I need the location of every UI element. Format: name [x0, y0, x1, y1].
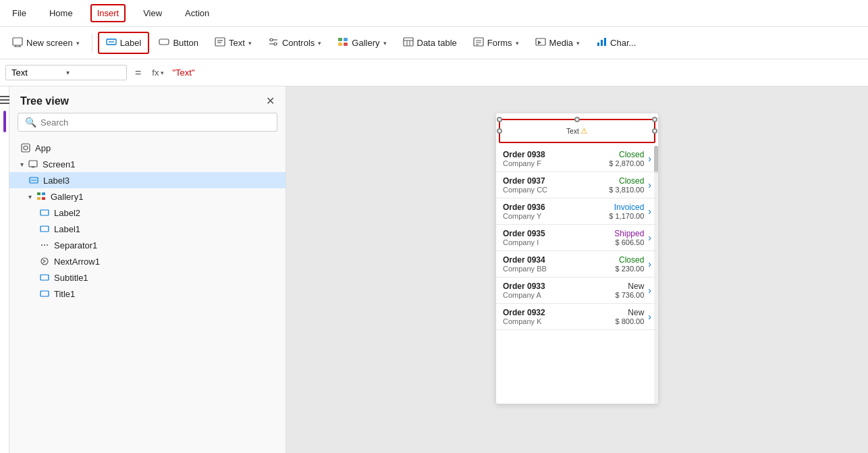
gallery-row-0935[interactable]: Order 0935 Company I Shipped $ 606.50 › — [496, 225, 658, 251]
row-subtitle-0936: Company Y — [503, 212, 607, 220]
row-status-0935: Shipped — [607, 229, 644, 238]
nextarrow1-label: NextArrow1 — [54, 257, 100, 267]
new-screen-button[interactable]: New screen ▾ — [5, 33, 86, 53]
sidebar-item-subtitle1[interactable]: Subtitle1 — [9, 269, 286, 286]
svg-rect-12 — [344, 38, 348, 41]
row-subtitle-0938: Company F — [503, 159, 607, 167]
row-title-0933: Order 0933 — [503, 282, 607, 291]
tree-area: App ▾ Screen1 — [9, 137, 286, 453]
sidebar-item-label2[interactable]: Label2 — [9, 205, 286, 221]
gallery-container: Order 0938 Company F Closed $ 2,870.00 ›… — [496, 146, 658, 404]
row-amount-col-0933: New $ 736.00 — [607, 282, 644, 299]
formula-fx[interactable]: fx ▾ — [149, 68, 167, 78]
data-table-button[interactable]: Data table — [396, 33, 464, 53]
menu-insert[interactable]: Insert — [90, 4, 126, 22]
label2-label: Label2 — [54, 208, 80, 218]
menu-view[interactable]: View — [138, 5, 167, 21]
svg-rect-11 — [338, 38, 342, 41]
gallery-row-0938[interactable]: Order 0938 Company F Closed $ 2,870.00 › — [496, 146, 658, 172]
row-title-0937: Order 0937 — [503, 176, 607, 186]
gallery-row-0933[interactable]: Order 0933 Company A New $ 736.00 › — [496, 277, 658, 304]
sidebar-item-title1[interactable]: Title1 — [9, 286, 286, 302]
row-info-0932: Order 0932 Company K — [503, 308, 607, 325]
row-amount-0937: $ 3,810.00 — [609, 186, 644, 194]
formula-selector[interactable]: Text ▾ — [5, 65, 127, 80]
row-amount-col-0936: Invoiced $ 1,170.00 — [607, 203, 644, 220]
text-icon — [215, 36, 225, 49]
menu-home[interactable]: Home — [44, 5, 78, 21]
sidebar-item-label3[interactable]: Label3 — [9, 172, 286, 188]
button-button[interactable]: Button — [152, 33, 205, 53]
media-button[interactable]: Media ▾ — [528, 33, 587, 53]
label-selected-overlay[interactable]: Text ⚠ — [499, 119, 655, 143]
handle-tl — [497, 117, 502, 122]
row-amount-col-0934: Closed $ 230.00 — [607, 255, 644, 273]
row-title-0936: Order 0936 — [503, 203, 607, 212]
text-button[interactable]: Text ▾ — [208, 33, 259, 53]
app-icon — [20, 142, 31, 153]
svg-rect-23 — [536, 38, 545, 45]
active-nav-strip — [3, 111, 6, 132]
row-amount-col-0935: Shipped $ 606.50 — [607, 229, 644, 246]
label-text: Text — [566, 128, 578, 135]
nextarrow-icon — [39, 256, 50, 267]
menu-action[interactable]: Action — [180, 5, 215, 21]
forms-chevron-icon: ▾ — [516, 40, 519, 47]
forms-button[interactable]: Forms ▾ — [466, 33, 526, 53]
gallery-row-0937[interactable]: Order 0937 Company CC Closed $ 3,810.00 … — [496, 172, 658, 198]
row-chevron-0936: › — [648, 206, 651, 217]
row-chevron-0932: › — [648, 311, 651, 322]
title1-label: Title1 — [54, 289, 75, 299]
row-subtitle-0932: Company K — [503, 317, 607, 325]
screen-icon — [28, 159, 38, 169]
subtitle1-label: Subtitle1 — [54, 273, 88, 283]
warning-icon: ⚠ — [580, 126, 588, 136]
search-input[interactable] — [40, 117, 270, 128]
search-icon: 🔍 — [25, 117, 36, 128]
sidebar-item-gallery1[interactable]: ▾ Gallery1 — [9, 188, 286, 205]
row-title-0935: Order 0935 — [503, 229, 607, 238]
svg-rect-24 — [597, 43, 599, 46]
svg-rect-35 — [42, 192, 45, 195]
row-amount-0938: $ 2,870.00 — [609, 159, 644, 167]
sidebar-item-separator1[interactable]: Separator1 — [9, 237, 286, 253]
sidebar-title: Tree view — [20, 95, 69, 107]
row-subtitle-0935: Company I — [503, 238, 607, 246]
handle-tm — [574, 117, 580, 122]
svg-point-28 — [24, 146, 28, 150]
gallery-row-0936[interactable]: Order 0936 Company Y Invoiced $ 1,170.00… — [496, 198, 658, 225]
row-info-0935: Order 0935 Company I — [503, 229, 607, 246]
gallery-row-0934[interactable]: Order 0934 Company BB Closed $ 230.00 › — [496, 251, 658, 277]
label-button[interactable]: Label — [98, 32, 150, 54]
row-title-0932: Order 0932 — [503, 308, 607, 317]
media-chevron-icon: ▾ — [576, 40, 580, 47]
row-amount-0932: $ 800.00 — [616, 317, 645, 325]
search-box[interactable]: 🔍 — [18, 113, 277, 132]
sidebar-item-screen1[interactable]: ▾ Screen1 — [9, 156, 286, 172]
controls-icon — [268, 36, 279, 49]
svg-rect-13 — [338, 43, 342, 46]
fx-label: fx — [152, 68, 159, 78]
svg-point-9 — [270, 38, 273, 41]
gallery-button[interactable]: Gallery ▾ — [331, 33, 393, 53]
svg-rect-27 — [22, 144, 30, 152]
row-status-0932: New — [607, 308, 644, 317]
gallery-row-0932[interactable]: Order 0932 Company K New $ 800.00 › — [496, 304, 658, 330]
svg-rect-15 — [404, 38, 413, 46]
sidebar-item-app[interactable]: App — [9, 140, 286, 156]
row-amount-col-0938: Closed $ 2,870.00 — [607, 150, 644, 167]
controls-button[interactable]: Controls ▾ — [261, 33, 328, 53]
row-chevron-0933: › — [648, 285, 651, 296]
data-table-icon — [403, 36, 414, 49]
toolbar: New screen ▾ Label Button — [0, 27, 868, 59]
sidebar-header: Tree view ✕ — [9, 86, 286, 113]
sidebar-item-nextarrow1[interactable]: NextArrow1 — [9, 253, 286, 269]
chart-button[interactable]: Char... — [589, 33, 643, 53]
svg-rect-39 — [40, 226, 49, 232]
sidebar-item-label1[interactable]: Label1 — [9, 221, 286, 237]
sidebar-close-button[interactable]: ✕ — [266, 95, 275, 107]
row-amount-col-0937: Closed $ 3,810.00 — [607, 176, 644, 194]
menu-file[interactable]: File — [7, 5, 32, 21]
row-status-0933: New — [607, 282, 644, 291]
row-status-0938: Closed — [607, 150, 644, 159]
